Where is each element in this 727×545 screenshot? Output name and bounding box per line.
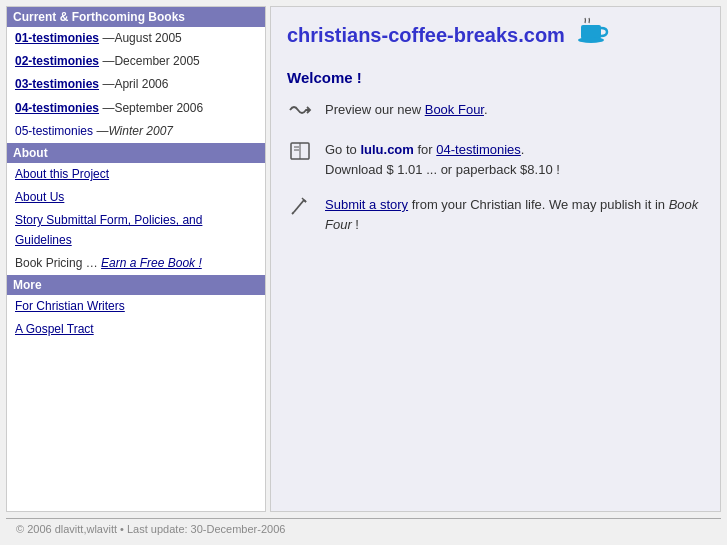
sidebar-item-christian-writers[interactable]: For Christian Writers [7,295,265,318]
site-title: christians-coffee-breaks.com [287,17,704,53]
footer-text: © 2006 dlavitt,wlavitt • Last update: 30… [16,523,285,535]
sidebar: Current & Forthcoming Books 01-testimoni… [6,6,266,512]
content-text-preview: Preview our new Book Four. [325,100,488,120]
sidebar-header-books: Current & Forthcoming Books [7,7,265,27]
pencil-icon [287,196,313,221]
content-item-preview: Preview our new Book Four. [287,100,704,124]
footer: © 2006 dlavitt,wlavitt • Last update: 30… [6,518,721,539]
sidebar-item-about-us[interactable]: About Us [7,186,265,209]
sidebar-item-03testimonies[interactable]: 03-testimonies —April 2006 [7,73,265,96]
svg-point-1 [578,37,604,43]
04-testimonies-link[interactable]: 04-testimonies [436,142,521,157]
submit-story-link[interactable]: Submit a story [325,197,408,212]
welcome-heading: Welcome ! [287,69,704,86]
sidebar-header-more: More [7,275,265,295]
sidebar-item-about-project[interactable]: About this Project [7,163,265,186]
svg-line-6 [294,200,304,212]
content-item-submit: Submit a story from your Christian life.… [287,195,704,234]
svg-line-9 [304,200,306,202]
book-four-link[interactable]: Book Four [425,102,484,117]
sidebar-item-02testimonies[interactable]: 02-testimonies —December 2005 [7,50,265,73]
main-layout: Current & Forthcoming Books 01-testimoni… [0,0,727,518]
svg-line-7 [292,212,294,214]
book-icon [287,141,313,166]
sidebar-item-story-submittal[interactable]: Story Submittal Form, Policies, and Guid… [7,209,265,251]
svg-rect-0 [581,25,601,39]
content-item-lulu: Go to lulu.com for 04-testimonies. Downl… [287,140,704,179]
content-text-lulu: Go to lulu.com for 04-testimonies. Downl… [325,140,560,179]
sidebar-item-01testimonies[interactable]: 01-testimonies —August 2005 [7,27,265,50]
coffee-cup-icon [575,17,611,53]
main-content: christians-coffee-breaks.com [270,6,721,512]
content-text-submit: Submit a story from your Christian life.… [325,195,704,234]
sidebar-header-about: About [7,143,265,163]
sidebar-item-05testimonies[interactable]: 05-testimonies —Winter 2007 [7,120,265,143]
sidebar-item-gospel-tract[interactable]: A Gospel Tract [7,318,265,341]
sidebar-item-book-pricing[interactable]: Book Pricing … Earn a Free Book ! [7,252,265,275]
sidebar-item-04testimonies[interactable]: 04-testimonies —September 2006 [7,97,265,120]
page-container: Current & Forthcoming Books 01-testimoni… [0,0,727,545]
preview-icon [287,101,313,124]
